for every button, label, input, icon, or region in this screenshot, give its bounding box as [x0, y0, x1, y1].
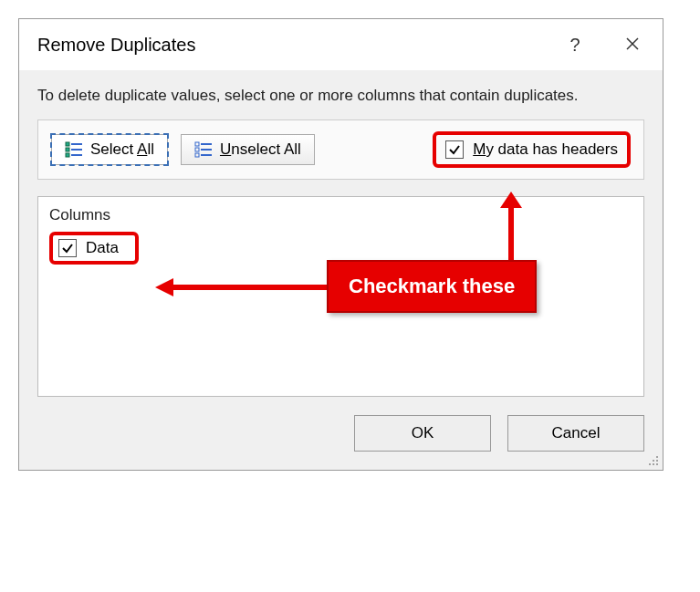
annotation-arrow-left: [155, 274, 338, 301]
svg-rect-2: [66, 142, 69, 146]
svg-rect-9: [195, 148, 199, 151]
unselect-all-icon: [194, 140, 213, 159]
svg-rect-8: [195, 142, 199, 146]
svg-rect-3: [66, 148, 69, 151]
svg-rect-10: [195, 153, 199, 157]
toolbar: Select All Unselect All: [37, 119, 644, 180]
help-button[interactable]: ?: [548, 19, 602, 70]
svg-marker-21: [500, 192, 522, 208]
svg-marker-23: [155, 278, 173, 296]
dialog-title: Remove Duplicates: [37, 35, 195, 56]
svg-point-15: [653, 460, 654, 462]
checkbox-icon: [58, 239, 77, 257]
resize-grip[interactable]: [644, 452, 659, 466]
columns-header: Columns: [49, 206, 632, 224]
checkbox-icon: [445, 140, 464, 159]
column-checkbox-data[interactable]: Data: [49, 232, 139, 265]
close-icon: [625, 35, 640, 56]
ok-button[interactable]: OK: [354, 415, 491, 452]
svg-point-18: [653, 463, 654, 465]
column-label: Data: [86, 239, 119, 257]
headers-label: My data has headers: [473, 140, 618, 159]
remove-duplicates-dialog: Remove Duplicates ? To delete duplicate …: [18, 18, 663, 471]
titlebar: Remove Duplicates ?: [19, 19, 663, 70]
svg-point-19: [656, 463, 658, 465]
help-icon: ?: [569, 35, 580, 56]
annotation-callout: Checkmark these: [327, 260, 537, 313]
unselect-all-button[interactable]: Unselect All: [181, 134, 315, 165]
my-data-has-headers-checkbox[interactable]: My data has headers: [433, 131, 631, 168]
dialog-footer: OK Cancel: [37, 415, 644, 452]
titlebar-buttons: ?: [548, 19, 663, 70]
instruction-text: To delete duplicate values, select one o…: [37, 85, 644, 107]
unselect-all-label: Unselect All: [220, 140, 301, 159]
cancel-button[interactable]: Cancel: [507, 415, 644, 452]
svg-rect-4: [66, 153, 69, 157]
svg-point-16: [656, 460, 658, 462]
select-all-icon: [65, 140, 83, 159]
annotation-arrow-up: [493, 192, 529, 265]
svg-point-17: [649, 463, 651, 465]
select-all-label: Select All: [90, 140, 154, 159]
close-button[interactable]: [602, 19, 663, 70]
select-all-button[interactable]: Select All: [51, 134, 168, 165]
svg-point-14: [656, 456, 658, 458]
